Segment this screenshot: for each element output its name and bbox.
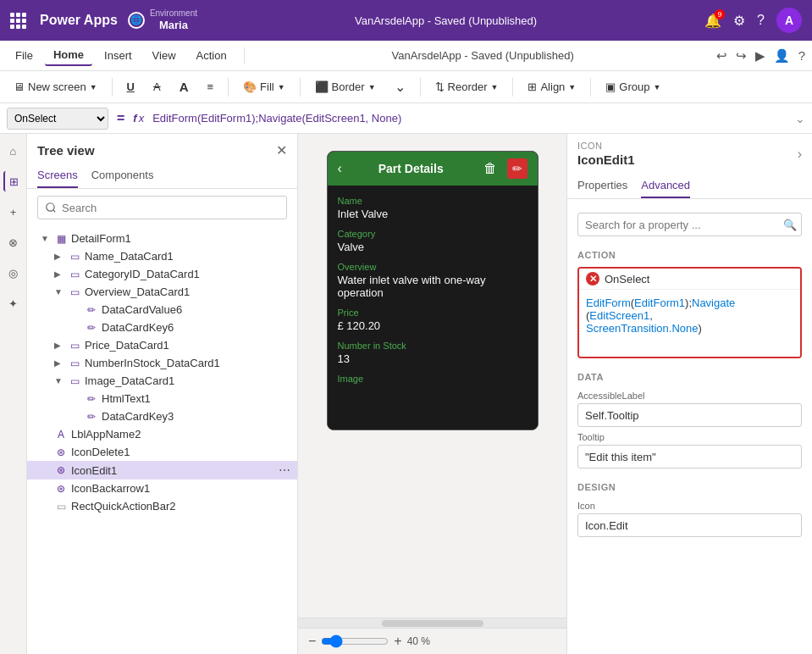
- tab-advanced[interactable]: Advanced: [641, 174, 690, 198]
- item-label: DataCardValue6: [102, 303, 290, 316]
- list-item[interactable]: A LblAppName2: [27, 425, 297, 443]
- formula-input[interactable]: EditForm(EditForm1);Navigate(EditScreen1…: [149, 110, 790, 126]
- panel-expand-icon[interactable]: ›: [798, 147, 802, 162]
- list-item[interactable]: ▼ ▭ Overview_DataCard1: [27, 283, 297, 301]
- field-label-stock: Number in Stock: [338, 341, 528, 351]
- group-icon: ▣: [605, 80, 616, 93]
- globe-icon: 🌐: [128, 12, 145, 29]
- onselect-container: ✕ OnSelect EditForm(EditForm1);Navigate …: [577, 267, 802, 358]
- f-icon: f: [133, 112, 136, 125]
- fx-button[interactable]: f x: [133, 112, 144, 125]
- menu-file[interactable]: File: [7, 46, 41, 65]
- property-search-input[interactable]: [577, 213, 802, 236]
- align-icon: ⊞: [528, 80, 537, 93]
- section-label: ICON: [577, 141, 635, 151]
- list-item[interactable]: ▼ ▭ Image_DataCard1: [27, 372, 297, 390]
- undo-icon[interactable]: ↩: [716, 48, 727, 64]
- list-item[interactable]: ▭ RectQuickActionBar2: [27, 497, 297, 515]
- property-select[interactable]: OnSelect: [7, 108, 108, 130]
- avatar[interactable]: A: [776, 8, 802, 33]
- card-icon: ▭: [68, 251, 81, 263]
- sidebar-icon-data[interactable]: ⊗: [3, 232, 24, 252]
- tooltip-field: Tooltip: [577, 432, 802, 468]
- back-button[interactable]: ‹: [338, 161, 342, 176]
- menu-action[interactable]: Action: [188, 46, 235, 65]
- sidebar-icon-media[interactable]: ◎: [3, 263, 24, 283]
- tab-components[interactable]: Components: [91, 164, 154, 188]
- list-item[interactable]: ✏ DataCardKey6: [27, 319, 297, 336]
- rect-icon: ▭: [54, 501, 68, 513]
- help-menu-icon[interactable]: ?: [798, 48, 805, 63]
- list-item[interactable]: ▶ ▭ Price_DataCard1: [27, 336, 297, 354]
- onselect-code-block[interactable]: EditForm(EditForm1);Navigate (EditScreen…: [579, 289, 800, 357]
- zoom-plus[interactable]: +: [394, 634, 401, 649]
- tooltip-input[interactable]: [577, 445, 802, 468]
- icon-value-input[interactable]: [577, 513, 802, 537]
- label-icon: A: [54, 429, 68, 441]
- onselect-header: ✕ OnSelect: [579, 269, 800, 289]
- play-icon[interactable]: ▶: [755, 48, 765, 64]
- tab-properties[interactable]: Properties: [577, 174, 627, 198]
- canvas-hscrollbar[interactable]: [298, 618, 566, 628]
- down-arrow-button[interactable]: ⌄: [388, 76, 412, 97]
- code-closeparen: ): [698, 322, 701, 335]
- menu-insert[interactable]: Insert: [96, 46, 141, 65]
- tab-screens[interactable]: Screens: [37, 164, 78, 188]
- chevron-down-icon: ▼: [54, 376, 64, 385]
- field-label-price: Price: [338, 308, 528, 318]
- sidebar-icon-add[interactable]: +: [3, 202, 24, 222]
- item-label: IconBackarrow1: [71, 482, 290, 495]
- edit-icon-button[interactable]: ✏: [507, 158, 528, 179]
- help-icon[interactable]: ?: [757, 13, 765, 28]
- list-item[interactable]: ▶ ▭ NumberInStock_DataCard1: [27, 354, 297, 372]
- group-button[interactable]: ▣ Group ▼: [599, 78, 667, 96]
- notifications-icon[interactable]: 🔔 9: [704, 13, 721, 29]
- right-panel-tabs: Properties Advanced: [567, 174, 812, 199]
- align-button[interactable]: ⊞ Align ▼: [521, 78, 583, 96]
- redo-icon[interactable]: ↪: [736, 48, 747, 64]
- item-label: Overview_DataCard1: [85, 285, 290, 298]
- tree-close-button[interactable]: ✕: [276, 142, 287, 158]
- formula-expand-icon[interactable]: ⌄: [795, 112, 805, 125]
- list-item[interactable]: ▼ ▦ DetailForm1: [27, 230, 297, 247]
- sidebar-icon-tools[interactable]: ✦: [3, 293, 24, 313]
- phone-header-icons: 🗑 ✏: [480, 158, 528, 179]
- item-label: CategoryID_DataCard1: [85, 268, 290, 280]
- list-item[interactable]: ⊛ IconDelete1: [27, 443, 297, 461]
- sidebar-icon-layers[interactable]: ⊞: [3, 171, 24, 191]
- action-section-title: ACTION: [567, 243, 812, 263]
- align-text-button[interactable]: ≡: [200, 78, 220, 96]
- menu-home[interactable]: Home: [45, 45, 92, 66]
- new-screen-button[interactable]: 🖥 New screen ▼: [7, 78, 104, 96]
- accessible-label-input[interactable]: [577, 403, 802, 427]
- reorder-button[interactable]: ⇅ Reorder ▼: [428, 78, 505, 96]
- settings-icon[interactable]: ⚙: [733, 13, 745, 29]
- person-icon[interactable]: 👤: [774, 48, 790, 64]
- waffle-icon[interactable]: [10, 13, 26, 29]
- hscroll-thumb[interactable]: [382, 620, 483, 627]
- list-item[interactable]: ⊛ IconEdit1 ⋯: [27, 461, 297, 479]
- zoom-slider[interactable]: [321, 635, 389, 648]
- border-button[interactable]: ⬛ Border ▼: [308, 78, 383, 96]
- item-label: DataCardKey3: [102, 410, 290, 423]
- main-layout: ⌂ ⊞ + ⊗ ◎ ✦ Tree view ✕ Screens Componen…: [0, 134, 812, 654]
- list-item[interactable]: ⊛ IconBackarrow1: [27, 479, 297, 497]
- list-item[interactable]: ▶ ▭ Name_DataCard1: [27, 247, 297, 265]
- reorder-chevron: ▼: [491, 83, 499, 91]
- menu-view[interactable]: View: [144, 46, 185, 65]
- tree-search-input[interactable]: [37, 196, 287, 219]
- delete-icon-button[interactable]: 🗑: [480, 158, 500, 179]
- chevron-right-icon: ▶: [54, 358, 64, 368]
- strikethrough-button[interactable]: A: [146, 78, 168, 96]
- list-item[interactable]: ▶ ▭ CategoryID_DataCard1: [27, 265, 297, 283]
- font-size-button[interactable]: A: [173, 77, 196, 97]
- list-item[interactable]: ✏ DataCardValue6: [27, 301, 297, 319]
- fill-button[interactable]: 🎨 Fill ▼: [236, 78, 292, 96]
- underline-button[interactable]: U: [120, 78, 141, 96]
- list-item[interactable]: ✏ HtmlText1: [27, 390, 297, 407]
- more-icon[interactable]: ⋯: [279, 463, 290, 477]
- zoom-minus[interactable]: −: [308, 634, 316, 649]
- chevron-right-icon: ▶: [54, 341, 64, 350]
- list-item[interactable]: ✏ DataCardKey3: [27, 407, 297, 425]
- sidebar-icon-home[interactable]: ⌂: [3, 141, 24, 161]
